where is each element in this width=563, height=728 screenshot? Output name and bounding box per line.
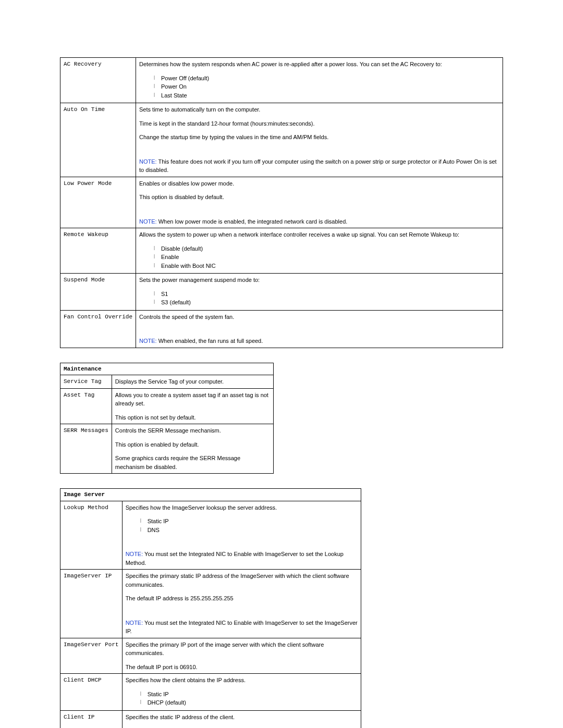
row-desc: Enables or disables low power mode. This… xyxy=(136,177,503,228)
table-row: ImageServer Port Specifies the primary I… xyxy=(60,638,361,674)
row-desc: Displays the Service Tag of your compute… xyxy=(112,375,273,389)
note-block: NOTE: You must set the Integrated NIC to… xyxy=(126,550,358,567)
note-block: NOTE: You must set the Integrated NIC to… xyxy=(126,619,358,636)
row-label: ImageServer Port xyxy=(60,638,123,674)
table-row: Client DHCP Specifies how the client obt… xyxy=(60,674,361,711)
option-list: Static IP DHCP (default) xyxy=(126,690,358,707)
desc-text: This option is disabled by default. xyxy=(139,193,499,202)
desc-text: Specifies how the client obtains the IP … xyxy=(126,676,358,685)
row-label: Asset Tag xyxy=(60,388,112,424)
desc-text: Allows you to create a system asset tag … xyxy=(115,391,270,408)
desc-text: Specifies the static IP address of the c… xyxy=(126,713,358,722)
option-list: Static IP DNS xyxy=(126,517,358,534)
section-header: Image Server xyxy=(60,489,361,501)
option-item: S1 xyxy=(154,290,499,299)
desc-text: This option is not set by default. xyxy=(115,413,270,422)
note-label: NOTE: xyxy=(126,620,143,626)
desc-text: Controls the SERR Message mechanism. xyxy=(115,426,270,435)
table-row: SERR Messages Controls the SERR Message … xyxy=(60,424,274,474)
row-desc: Sets time to automatically turn on the c… xyxy=(136,103,503,177)
note-label: NOTE: xyxy=(126,551,143,557)
row-desc: Specifies the static IP address of the c… xyxy=(122,710,361,728)
note-text: When enabled, the fan runs at full speed… xyxy=(158,338,263,344)
row-desc: Sets the power management suspend mode t… xyxy=(136,274,503,311)
option-item: Power Off (default) xyxy=(154,74,499,83)
row-desc: Allows you to create a system asset tag … xyxy=(112,388,273,424)
row-label: Suspend Mode xyxy=(60,274,136,311)
note-label: NOTE: xyxy=(139,158,157,165)
table-row: Service Tag Displays the Service Tag of … xyxy=(60,375,274,389)
row-label: Client IP xyxy=(60,710,123,728)
section-header: Maintenance xyxy=(60,363,274,375)
option-item: Disable (default) xyxy=(154,244,499,253)
note-text: This feature does not work if you turn o… xyxy=(139,158,497,174)
desc-text: Some graphics cards require the SERR Mes… xyxy=(115,454,270,471)
desc-text: Enables or disables low power mode. xyxy=(139,179,499,188)
note-label: NOTE: xyxy=(139,338,157,344)
row-desc: Specifies how the ImageServer looksup th… xyxy=(122,501,361,570)
row-desc: Specifies how the client obtains the IP … xyxy=(122,674,361,711)
table-row: Remote Wakeup Allows the system to power… xyxy=(60,228,503,274)
option-item: Power On xyxy=(154,82,499,91)
desc-text: Specifies the primary IP port of the ima… xyxy=(126,640,358,658)
table-row: Lookup Method Specifies how the ImageSer… xyxy=(60,501,361,570)
note-text: When low power mode is enabled, the inte… xyxy=(158,218,348,225)
option-item: Enable with Boot NIC xyxy=(154,262,499,270)
option-list: Disable (default) Enable Enable with Boo… xyxy=(139,244,499,270)
note-block: NOTE: When enabled, the fan runs at full… xyxy=(139,337,499,346)
maintenance-table: Maintenance Service Tag Displays the Ser… xyxy=(60,363,274,474)
row-desc: Determines how the system responds when … xyxy=(136,58,503,103)
desc-text: This option is enabled by default. xyxy=(115,440,270,449)
row-label: Fan Control Override xyxy=(60,310,136,348)
option-item: Static IP xyxy=(140,690,358,699)
note-label: NOTE: xyxy=(139,218,157,225)
desc-text: The default IP port is 06910. xyxy=(126,663,358,672)
note-text: You must set the Integrated NIC to Enabl… xyxy=(126,620,358,635)
row-label: Service Tag xyxy=(60,375,112,389)
row-label: SERR Messages xyxy=(60,424,112,474)
desc-text: Controls the speed of the system fan. xyxy=(139,313,499,322)
row-desc: Specifies the primary IP port of the ima… xyxy=(122,638,361,674)
table-row: Fan Control Override Controls the speed … xyxy=(60,310,503,348)
note-text: You must set the Integrated NIC to Enabl… xyxy=(126,551,344,566)
section-header-row: Maintenance xyxy=(60,363,274,375)
row-label: Low Power Mode xyxy=(60,177,136,228)
option-item: S3 (default) xyxy=(154,298,499,307)
option-item: Static IP xyxy=(140,517,358,526)
note-block: NOTE: This feature does not work if you … xyxy=(139,157,499,175)
desc-text: Allows the system to power up when a net… xyxy=(139,230,499,239)
desc-text: Sets time to automatically turn on the c… xyxy=(139,105,499,114)
desc-text: Determines how the system responds when … xyxy=(139,60,499,69)
table-row: Auto On Time Sets time to automatically … xyxy=(60,103,503,177)
row-label: Lookup Method xyxy=(60,501,123,570)
row-label: Auto On Time xyxy=(60,103,136,177)
row-desc: Controls the speed of the system fan. NO… xyxy=(136,310,503,348)
image-server-table: Image Server Lookup Method Specifies how… xyxy=(60,488,361,728)
power-settings-table: AC Recovery Determines how the system re… xyxy=(60,57,503,348)
table-row: Client IP Specifies the static IP addres… xyxy=(60,710,361,728)
option-list: Power Off (default) Power On Last State xyxy=(139,74,499,100)
desc-text: Change the startup time by typing the va… xyxy=(139,133,499,142)
desc-text: Specifies how the ImageServer looksup th… xyxy=(126,503,358,512)
section-header-row: Image Server xyxy=(60,489,361,501)
desc-text: Specifies the primary static IP address … xyxy=(126,572,358,589)
option-item: Enable xyxy=(154,253,499,262)
desc-text: Sets the power management suspend mode t… xyxy=(139,276,499,285)
row-label: Client DHCP xyxy=(60,674,123,711)
table-row: Suspend Mode Sets the power management s… xyxy=(60,274,503,311)
row-label: Remote Wakeup xyxy=(60,228,136,274)
desc-text: The default IP address is 255.255.255.25… xyxy=(126,594,358,603)
table-row: Low Power Mode Enables or disables low p… xyxy=(60,177,503,228)
option-list: S1 S3 (default) xyxy=(139,290,499,307)
row-desc: Specifies the primary static IP address … xyxy=(122,570,361,638)
row-label: AC Recovery xyxy=(60,58,136,103)
note-block: NOTE: When low power mode is enabled, th… xyxy=(139,217,499,226)
row-label: ImageServer IP xyxy=(60,570,123,638)
row-desc: Allows the system to power up when a net… xyxy=(136,228,503,274)
row-desc: Controls the SERR Message mechanism. Thi… xyxy=(112,424,273,474)
option-item: DNS xyxy=(140,526,358,535)
desc-text: Time is kept in the standard 12-hour for… xyxy=(139,119,499,128)
table-row: AC Recovery Determines how the system re… xyxy=(60,58,503,103)
table-row: Asset Tag Allows you to create a system … xyxy=(60,388,274,424)
table-row: ImageServer IP Specifies the primary sta… xyxy=(60,570,361,638)
